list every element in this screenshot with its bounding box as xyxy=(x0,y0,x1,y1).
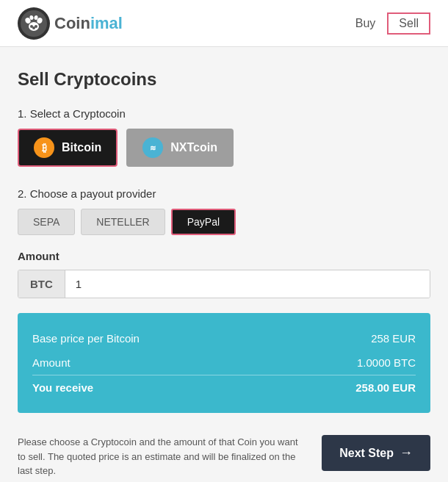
next-step-button[interactable]: Next Step → xyxy=(322,435,430,471)
bitcoin-button[interactable]: ₿ Bitcoin xyxy=(18,129,118,167)
logo: Coinimal xyxy=(18,7,123,40)
page-title: Sell Cryptocoins xyxy=(18,69,430,90)
header: Coinimal Buy Sell xyxy=(0,0,448,47)
amount-input-row: BTC xyxy=(18,270,430,298)
you-receive-label: You receive xyxy=(32,381,93,394)
bitcoin-icon: ₿ xyxy=(34,137,54,158)
amount-currency-label: BTC xyxy=(18,270,65,298)
logo-text: Coinimal xyxy=(54,14,123,33)
sell-nav-button[interactable]: Sell xyxy=(387,12,430,35)
logo-icon xyxy=(18,7,50,40)
base-price-value: 258 EUR xyxy=(371,332,416,345)
main-content: Sell Cryptocoins 1. Select a Cryptocoin … xyxy=(0,47,448,482)
nxtcoin-button[interactable]: ≋ NXTcoin xyxy=(126,129,234,167)
footer-row: Please choose a Cryptocoin and the amoun… xyxy=(18,428,430,482)
bitcoin-label: Bitcoin xyxy=(62,141,101,154)
sepa-button[interactable]: SEPA xyxy=(18,209,75,235)
next-step-label: Next Step xyxy=(339,447,394,460)
paypal-button[interactable]: PayPal xyxy=(171,209,236,235)
nxtcoin-label: NXTcoin xyxy=(170,141,217,154)
you-receive-value: 258.00 EUR xyxy=(355,381,416,394)
neteller-button[interactable]: NETELLER xyxy=(81,209,165,235)
payout-selector: SEPA NETELLER PayPal xyxy=(18,209,430,235)
crypto-selector: ₿ Bitcoin ≋ NXTcoin xyxy=(18,129,430,167)
summary-row-base-price: Base price per Bitcoin 258 EUR xyxy=(32,326,416,350)
amount-summary-label: Amount xyxy=(32,356,71,369)
amount-input[interactable] xyxy=(65,270,430,298)
arrow-right-icon: → xyxy=(400,445,413,461)
buy-nav-button[interactable]: Buy xyxy=(355,17,376,30)
svg-point-9 xyxy=(35,25,37,28)
step1-label: 1. Select a Cryptocoin xyxy=(18,107,430,120)
nav: Buy Sell xyxy=(355,12,430,35)
nxtcoin-icon: ≋ xyxy=(142,137,163,158)
footer-text: Please choose a Cryptocoin and the amoun… xyxy=(18,435,307,478)
amount-summary-value: 1.0000 BTC xyxy=(357,356,416,369)
base-price-label: Base price per Bitcoin xyxy=(32,332,140,345)
amount-label: Amount xyxy=(18,250,430,262)
step2-label: 2. Choose a payout provider xyxy=(18,187,430,200)
summary-box: Base price per Bitcoin 258 EUR Amount 1.… xyxy=(18,313,430,413)
summary-row-receive: You receive 258.00 EUR xyxy=(32,375,416,400)
summary-row-amount: Amount 1.0000 BTC xyxy=(32,350,416,375)
svg-text:₿: ₿ xyxy=(42,142,47,154)
